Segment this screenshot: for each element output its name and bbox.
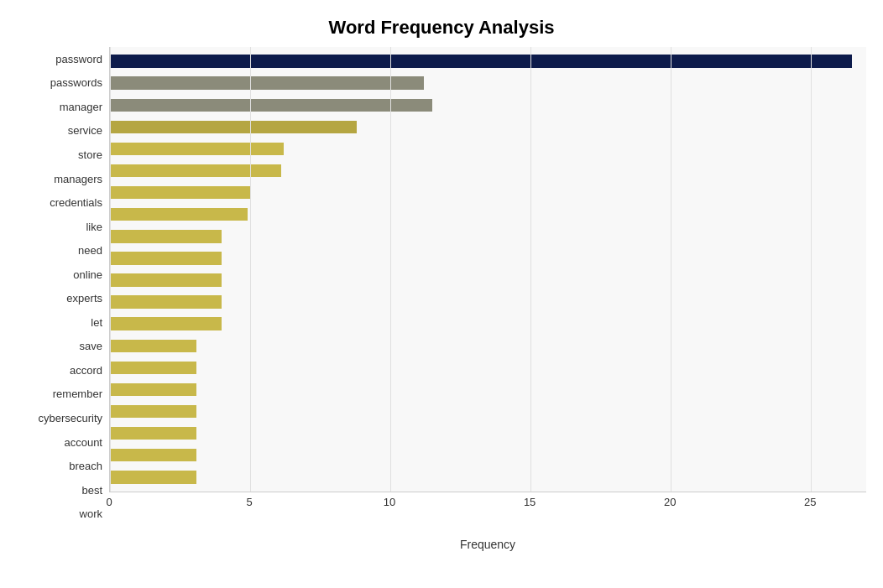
bar-cybersecurity: [110, 383, 196, 396]
x-tick-0: 0: [106, 496, 112, 508]
grid-line-15: [530, 47, 531, 492]
y-label-credentials: credentials: [50, 197, 102, 208]
grid-line-10: [390, 47, 391, 492]
bar-store: [110, 143, 284, 155]
bar-service: [110, 121, 357, 133]
y-axis: passwordpasswordsmanagerservicestoremana…: [17, 47, 109, 526]
y-label-work: work: [80, 508, 102, 519]
bar-row-accord: [110, 335, 866, 356]
bar-row-account: [110, 401, 866, 423]
y-label-cybersecurity: cybersecurity: [38, 413, 102, 424]
grid-line-0: [110, 47, 111, 492]
bar-row-best: [110, 445, 866, 466]
bar-need: [110, 230, 222, 242]
y-label-experts: experts: [66, 293, 102, 304]
bar-row-credentials: [110, 182, 866, 204]
y-label-accord: accord: [70, 365, 102, 376]
bar-row-passwords: [110, 72, 866, 94]
x-axis: Frequency 0510152025: [109, 492, 866, 526]
bar-breach: [110, 427, 196, 440]
bar-experts: [110, 273, 222, 286]
bar-row-need: [110, 226, 866, 247]
bars-section: [109, 47, 866, 492]
bar-row-password: [110, 50, 866, 72]
bar-row-work: [110, 466, 866, 488]
grid-line-25: [811, 47, 812, 492]
x-tick-10: 10: [384, 496, 395, 508]
bar-row-online: [110, 247, 866, 269]
y-label-passwords: passwords: [50, 77, 102, 88]
y-label-need: need: [78, 245, 102, 256]
bar-row-manager: [110, 94, 866, 116]
y-label-manager: manager: [60, 101, 102, 112]
bar-row-save: [110, 313, 866, 335]
y-label-like: like: [86, 221, 102, 232]
y-label-service: service: [68, 125, 102, 136]
bar-row-experts: [110, 269, 866, 291]
bar-row-store: [110, 138, 866, 159]
bar-let: [110, 295, 222, 308]
bar-manager: [110, 99, 432, 112]
y-label-save: save: [80, 341, 102, 351]
bars-and-x: Frequency 0510152025: [109, 47, 866, 526]
x-axis-label: Frequency: [460, 538, 515, 551]
bar-row-cybersecurity: [110, 378, 866, 400]
grid-line-20: [671, 47, 671, 492]
bar-account: [110, 405, 196, 418]
chart-area: passwordpasswordsmanagerservicestoremana…: [17, 47, 866, 526]
y-label-managers: managers: [54, 174, 102, 185]
bar-remember: [110, 362, 196, 374]
y-label-account: account: [64, 437, 102, 448]
chart-title: Word Frequency Analysis: [17, 17, 866, 39]
bar-accord: [110, 340, 196, 352]
bar-row-like: [110, 204, 866, 226]
bar-password: [110, 55, 852, 67]
bar-best: [110, 449, 196, 461]
x-tick-20: 20: [664, 496, 676, 508]
bar-online: [110, 252, 222, 264]
bar-row-remember: [110, 356, 866, 378]
bar-passwords: [110, 76, 424, 89]
bar-credentials: [110, 186, 250, 199]
y-label-best: best: [81, 485, 102, 496]
bar-row-let: [110, 291, 866, 313]
y-label-let: let: [91, 317, 102, 328]
y-label-password: password: [55, 54, 102, 65]
bar-row-breach: [110, 423, 866, 445]
y-label-online: online: [73, 269, 102, 280]
y-label-remember: remember: [53, 388, 102, 399]
bar-row-service: [110, 116, 866, 138]
x-tick-15: 15: [524, 496, 536, 508]
y-label-store: store: [78, 149, 102, 160]
bar-managers: [110, 164, 281, 177]
bar-work: [110, 471, 196, 483]
bar-row-managers: [110, 159, 866, 181]
x-tick-25: 25: [804, 496, 816, 508]
chart-container: Word Frequency Analysis passwordpassword…: [0, 0, 883, 588]
x-tick-5: 5: [246, 496, 252, 508]
bar-save: [110, 317, 222, 330]
bar-like: [110, 208, 248, 221]
y-label-breach: breach: [69, 461, 102, 471]
grid-line-5: [250, 47, 251, 492]
